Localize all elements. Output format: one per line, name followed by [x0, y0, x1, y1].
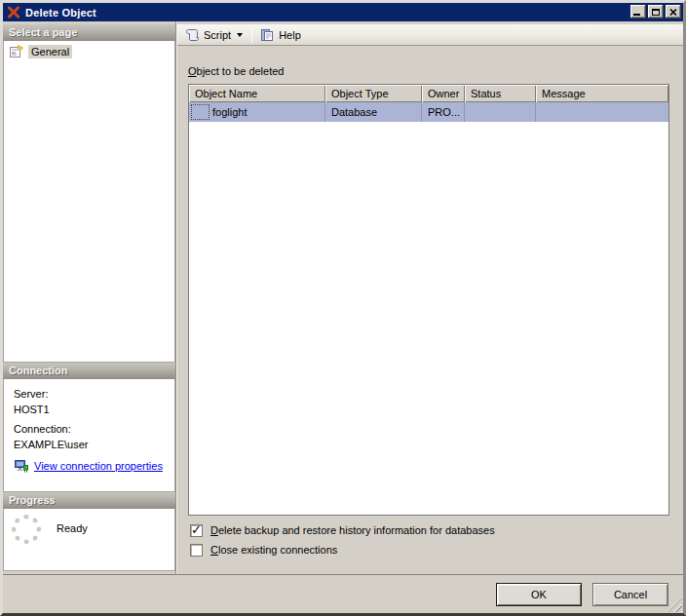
check-icon: ✓ [191, 522, 202, 537]
help-button[interactable]: Help [256, 25, 304, 45]
script-label: Script [204, 29, 231, 41]
view-connection-properties-row: View connection properties [14, 458, 169, 474]
select-a-page-header: Select a page [3, 24, 175, 41]
footer-bar: OK Cancel [3, 574, 683, 613]
delete-object-dialog: Delete Object Select a page General [0, 0, 686, 616]
delete-history-label[interactable]: Delete backup and restore history inform… [210, 524, 495, 536]
delete-x-icon [7, 6, 20, 19]
object-to-be-deleted-label: Object to be deleted [188, 65, 284, 77]
server-label: Server: [14, 388, 169, 400]
view-connection-properties-link[interactable]: View connection properties [34, 460, 163, 472]
main-content: Object to be deleted Object Name Object … [177, 46, 683, 572]
minimize-button[interactable] [630, 5, 646, 19]
grid-header-row: Object Name Object Type Owner Status Mes… [189, 85, 668, 102]
maximize-icon [652, 9, 660, 16]
script-icon [184, 27, 200, 43]
close-connections-label[interactable]: Close existing connections [210, 544, 337, 556]
cancel-button[interactable]: Cancel [592, 583, 668, 606]
column-header-object-type[interactable]: Object Type [325, 85, 422, 102]
maximize-button[interactable] [648, 5, 664, 19]
column-header-status[interactable]: Status [465, 85, 536, 102]
sidebar-item-label: General [28, 45, 72, 58]
column-header-owner[interactable]: Owner [422, 85, 465, 102]
cell-object-type: Database [325, 102, 422, 122]
script-button[interactable]: Script [181, 25, 248, 45]
connection-header: Connection [3, 363, 175, 379]
object-name-value: foglight [212, 102, 247, 122]
chevron-down-icon[interactable] [237, 33, 243, 37]
connection-label: Connection: [14, 423, 169, 435]
cell-status [465, 102, 536, 122]
progress-spinner-icon [12, 515, 41, 544]
cell-object-name: foglight [189, 102, 325, 122]
window-title: Delete Object [25, 7, 96, 19]
toolbar-separator [251, 27, 252, 43]
column-header-object-name[interactable]: Object Name [189, 85, 325, 102]
progress-panel: Ready [3, 509, 175, 571]
row-selector[interactable] [191, 104, 210, 120]
page-list: General [3, 41, 175, 363]
help-label: Help [279, 29, 301, 41]
objects-grid[interactable]: Object Name Object Type Owner Status Mes… [188, 84, 669, 516]
progress-status: Ready [57, 522, 88, 534]
help-icon [259, 27, 275, 43]
close-icon [669, 9, 677, 16]
main-panel: Script Help Object to be deleted Objec [176, 21, 683, 574]
delete-history-checkbox-row: ✓ Delete backup and restore history info… [190, 522, 495, 538]
connection-panel: Server: HOST1 Connection: EXAMPLE\user V… [3, 379, 175, 492]
minimize-icon [633, 14, 640, 16]
column-header-message[interactable]: Message [536, 85, 668, 102]
sidebar-item-general[interactable]: General [4, 41, 174, 59]
table-row[interactable]: foglight Database PRO... [189, 102, 668, 122]
ok-button[interactable]: OK [496, 583, 582, 606]
toolbar: Script Help [177, 24, 683, 46]
close-connections-checkbox-row: ✓ Close existing connections [190, 542, 337, 558]
sidebar: Select a page General Connection Server:… [3, 21, 176, 574]
connection-value: EXAMPLE\user [14, 439, 169, 450]
titlebar[interactable]: Delete Object [3, 3, 683, 21]
server-value: HOST1 [14, 404, 169, 415]
cell-owner: PRO... [422, 102, 465, 122]
general-page-icon [9, 44, 24, 59]
window-controls [630, 5, 681, 19]
close-button[interactable] [666, 5, 681, 19]
close-connections-checkbox[interactable]: ✓ [190, 544, 203, 557]
cell-message [536, 102, 668, 122]
delete-history-checkbox[interactable]: ✓ [190, 524, 203, 537]
connection-properties-icon [14, 458, 29, 474]
progress-header: Progress [3, 492, 175, 509]
